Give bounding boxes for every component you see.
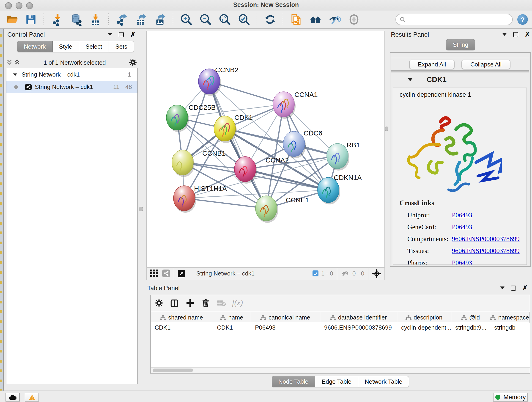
collection-count: 1 <box>128 71 131 78</box>
float-panel-icon[interactable] <box>119 32 124 37</box>
help-icon[interactable]: ? <box>517 14 528 25</box>
network-row-selected[interactable]: String Network – cdk1 11 48 <box>6 81 138 93</box>
search-input[interactable] <box>405 16 509 23</box>
table-settings-gear-icon[interactable] <box>154 298 163 307</box>
column-header-shared-name[interactable]: shared name <box>151 312 213 323</box>
node-CCNB1[interactable] <box>172 150 194 177</box>
column-header-description[interactable]: description <box>397 312 451 323</box>
section-expander-icon[interactable] <box>408 78 412 81</box>
gear-icon[interactable] <box>129 59 137 66</box>
scrollbar-thumb[interactable] <box>152 369 193 372</box>
import-network-icon[interactable] <box>50 13 64 26</box>
network-canvas[interactable]: CCNB2CCNA1CDC25BCDK1CDC6RB1CCNB1CCNA2CDK… <box>146 31 385 267</box>
sliver-tick <box>0 271 2 274</box>
node-CDKN1A[interactable] <box>317 177 340 204</box>
float-panel-icon[interactable] <box>511 285 516 290</box>
selected-checkbox-icon[interactable] <box>312 270 318 276</box>
edge-CCNE1-HIST1H1A[interactable] <box>184 198 266 208</box>
refresh-icon[interactable] <box>263 13 277 26</box>
import-network-database-icon[interactable] <box>69 13 83 26</box>
node-CCNE1[interactable] <box>255 196 278 223</box>
warnings-button[interactable] <box>25 393 39 402</box>
zoom-in-icon[interactable] <box>179 13 193 26</box>
network-grid-toggle-icon[interactable] <box>162 269 170 277</box>
table-row[interactable]: CDK1CDK1P064939606.ENSP00000378699cyclin… <box>151 323 530 333</box>
duplicate-network-icon[interactable] <box>289 13 303 26</box>
horizontal-scrollbar[interactable] <box>151 367 530 373</box>
fit-selected-crosshair-icon[interactable] <box>372 269 381 278</box>
crosslink-link[interactable]: 9606.ENSP00000378699 <box>452 235 520 243</box>
node-label-HIST1H1A: HIST1H1A <box>194 185 227 192</box>
panel-menu-icon[interactable] <box>500 287 505 289</box>
zoom-out-icon[interactable] <box>198 13 212 26</box>
table-cell[interactable]: stringdb:9... <box>451 323 490 333</box>
save-session-icon[interactable] <box>24 13 38 26</box>
table-cell[interactable]: CDK1 <box>213 323 251 333</box>
search-field[interactable] <box>395 14 513 25</box>
grid-view-icon[interactable] <box>150 269 158 277</box>
tree-expander-icon[interactable] <box>13 73 17 76</box>
zoom-selected-icon[interactable] <box>237 13 251 26</box>
table-cell[interactable]: stringdb <box>490 323 530 333</box>
open-session-icon[interactable] <box>5 13 18 26</box>
expand-all-button[interactable]: Expand All <box>409 60 455 69</box>
close-panel-icon[interactable]: ✗ <box>130 32 136 37</box>
node-RB1[interactable] <box>326 143 349 170</box>
home-icon[interactable] <box>308 13 322 26</box>
tab-sets[interactable]: Sets <box>109 41 134 52</box>
tab-network[interactable]: Network <box>17 41 52 52</box>
protein-section-header[interactable]: CDK1 <box>391 72 529 87</box>
tab-edge-table[interactable]: Edge Table <box>315 376 358 387</box>
export-image-icon[interactable] <box>153 13 167 26</box>
table-cell[interactable]: CDK1 <box>151 323 213 333</box>
export-network-icon[interactable] <box>114 13 128 26</box>
collapse-all-icon[interactable] <box>6 59 12 65</box>
node-CDK1[interactable] <box>214 116 236 143</box>
table-cell[interactable]: cyclin-dependent ... <box>397 323 451 333</box>
node-CDC6[interactable] <box>283 131 306 158</box>
node-CDC25B[interactable] <box>166 105 189 132</box>
show-columns-icon[interactable] <box>170 298 179 307</box>
memory-status-button[interactable]: Memory <box>493 393 528 402</box>
hide-unhide-icon[interactable] <box>328 13 341 26</box>
import-table-icon[interactable] <box>89 13 102 26</box>
column-header-database-identifier[interactable]: database identifier <box>320 312 397 323</box>
add-column-icon[interactable] <box>185 298 195 307</box>
panel-menu-icon[interactable] <box>108 33 113 36</box>
zoom-fit-icon[interactable] <box>218 13 231 26</box>
tab-network-table[interactable]: Network Table <box>358 376 409 387</box>
cloud-sync-button[interactable] <box>6 393 20 402</box>
crosslink-link[interactable]: P06493 <box>452 211 472 219</box>
node-label-CDKN1A: CDKN1A <box>334 173 361 181</box>
network-graph[interactable]: CCNB2CCNA1CDC25BCDK1CDC6RB1CCNB1CCNA2CDK… <box>146 31 384 267</box>
table-cell[interactable]: P06493 <box>251 323 320 333</box>
close-panel-icon[interactable]: ✗ <box>522 286 528 290</box>
export-table-icon[interactable] <box>134 13 147 26</box>
tab-string[interactable]: String <box>446 39 475 51</box>
float-panel-icon[interactable] <box>513 32 519 37</box>
node-HIST1H1A[interactable] <box>173 185 196 212</box>
window-title: Session: New Session <box>0 1 532 8</box>
collapse-all-button[interactable]: Collapse All <box>462 60 510 69</box>
column-header-name[interactable]: name <box>213 312 251 323</box>
sliver-tick <box>0 251 2 254</box>
panel-menu-icon[interactable] <box>502 33 507 36</box>
crosslink-link[interactable]: P06493 <box>452 259 472 265</box>
tab-select[interactable]: Select <box>79 41 109 52</box>
close-panel-icon[interactable]: ✗ <box>525 32 530 37</box>
tab-node-table[interactable]: Node Table <box>272 376 315 387</box>
column-header-canonical-name[interactable]: canonical name <box>251 312 320 323</box>
column-header-namespace[interactable]: namespace <box>490 312 530 323</box>
table-cell[interactable]: 9606.ENSP00000378699 <box>320 323 397 333</box>
expand-all-icon[interactable] <box>14 59 20 65</box>
crosslink-link[interactable]: P06493 <box>452 223 472 231</box>
sliver-tick <box>0 379 2 382</box>
column-header--id[interactable]: @id <box>451 312 490 323</box>
delete-column-trash-icon[interactable] <box>201 298 210 307</box>
crosslink-link[interactable]: 9606.ENSP00000378699 <box>452 247 520 255</box>
birdseye-view-icon[interactable] <box>347 13 361 26</box>
network-collection-row[interactable]: String Network – cdk1 1 <box>6 68 138 81</box>
birdseye-toggle-icon[interactable] <box>177 270 185 277</box>
tab-style[interactable]: Style <box>52 41 79 52</box>
node-CCNA1[interactable] <box>273 91 295 119</box>
